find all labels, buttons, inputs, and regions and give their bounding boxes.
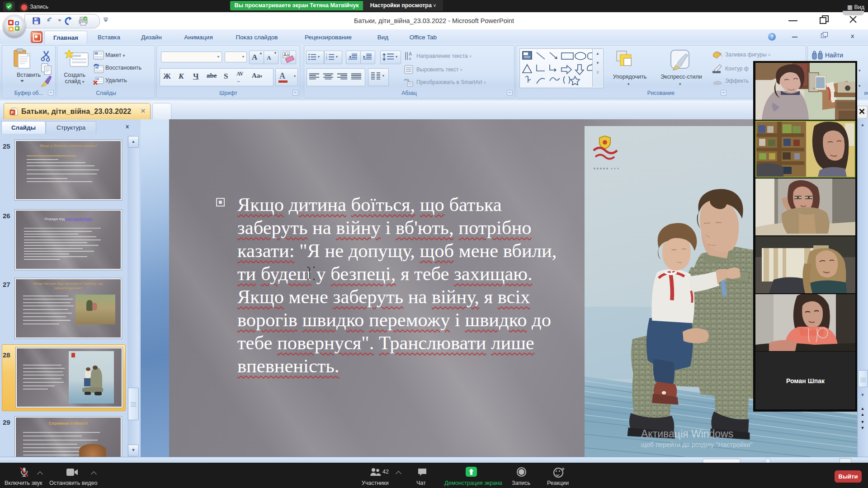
svg-text:2: 2 [326, 56, 327, 58]
svg-text:1: 1 [326, 53, 327, 56]
svg-text:A: A [409, 52, 412, 56]
svg-text:P: P [11, 110, 14, 115]
svg-text:3: 3 [326, 58, 327, 61]
